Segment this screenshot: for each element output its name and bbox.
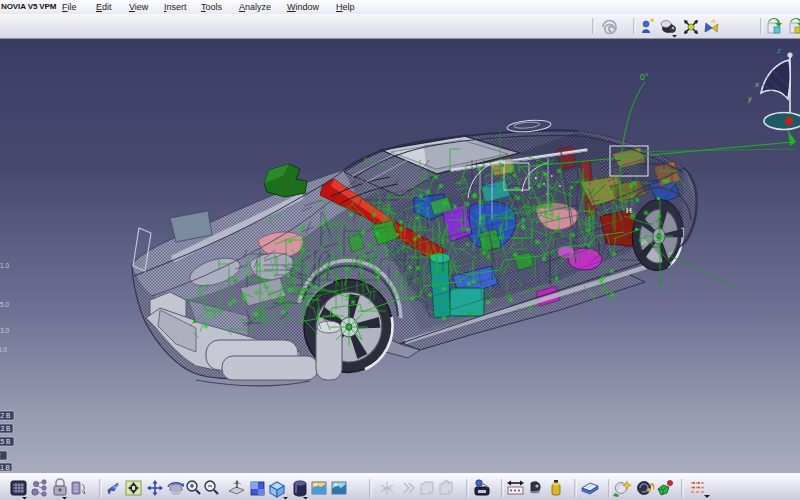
svg-text:0°: 0° <box>640 72 649 82</box>
svg-text:x: x <box>754 80 760 89</box>
svg-text:12 B: 12 B <box>0 412 10 419</box>
svg-text:5.0: 5.0 <box>0 301 9 308</box>
svg-text:3.0: 3.0 <box>0 327 9 334</box>
svg-text:y: y <box>747 94 753 103</box>
svg-text:11 B: 11 B <box>0 464 10 471</box>
svg-text:B.0: B.0 <box>0 346 7 353</box>
svg-text:z: z <box>776 46 781 55</box>
svg-text:13 B: 13 B <box>0 425 10 432</box>
svg-text:1.0: 1.0 <box>0 262 9 269</box>
svg-text:15 B: 15 B <box>0 438 10 445</box>
